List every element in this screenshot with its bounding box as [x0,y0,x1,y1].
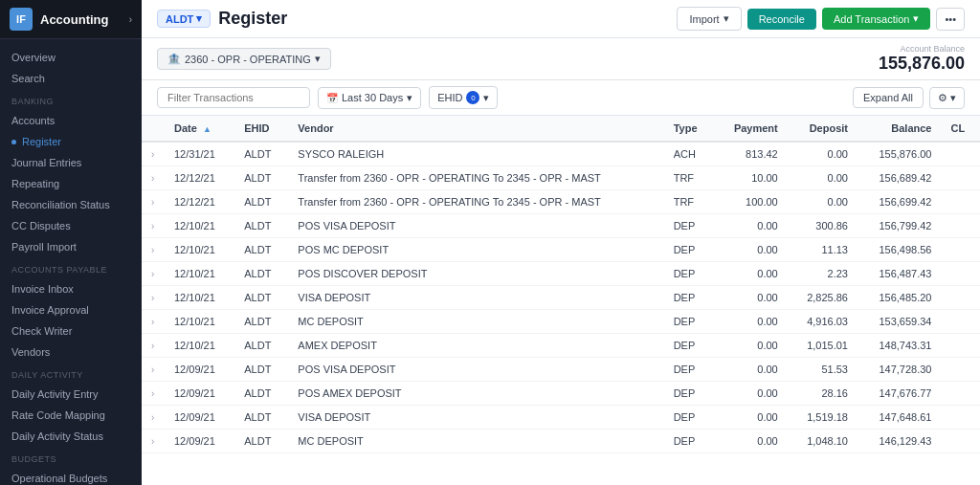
row-balance: 148,743.31 [858,334,942,358]
sidebar-item-label: Search [11,73,45,84]
row-expand-cell[interactable]: › [142,430,165,453]
row-deposit: 1,048.10 [788,430,858,453]
row-expand-icon[interactable]: › [151,293,154,303]
table-row[interactable]: › 12/10/21 ALDT POS DISCOVER DEPOSIT DEP… [142,262,980,286]
sidebar-section-budgets: Budgets [0,447,142,468]
row-expand-cell[interactable]: › [142,190,165,214]
row-payment: 10.00 [714,166,788,190]
expand-all-button[interactable]: Expand All [853,87,924,108]
row-expand-icon[interactable]: › [151,269,154,279]
row-vendor: VISA DEPOSIT [288,406,663,430]
row-type: DEP [664,310,714,334]
table-header-row: Date ▲ EHID Vendor Type Payment Deposit … [142,116,980,142]
sidebar-item-label: Repeating [11,178,59,189]
row-expand-icon[interactable]: › [151,388,154,399]
row-expand-cell[interactable]: › [142,238,165,262]
sidebar-item-payroll-import[interactable]: Payroll Import [0,236,142,257]
table-row[interactable]: › 12/09/21 ALDT POS VISA DEPOSIT DEP 0.0… [142,358,980,382]
reconcile-button[interactable]: Reconcile [747,9,816,30]
row-date: 12/31/21 [165,142,234,166]
aldt-selector[interactable]: ALDT ▾ [157,10,211,28]
col-date[interactable]: Date ▲ [165,116,234,142]
col-ehid: EHID [234,116,288,142]
sidebar-expand-icon[interactable]: › [129,14,132,25]
row-expand-cell[interactable]: › [142,166,165,190]
row-deposit: 0.00 [788,166,858,190]
row-expand-icon[interactable]: › [151,221,154,231]
sidebar-item-label: Journal Entries [11,157,81,168]
table-row[interactable]: › 12/09/21 ALDT POS AMEX DEPOSIT DEP 0.0… [142,382,980,406]
row-expand-cell[interactable]: › [142,334,165,358]
sidebar-item-daily-status[interactable]: Daily Activity Status [0,426,142,447]
row-expand-cell[interactable]: › [142,142,165,166]
row-expand-icon[interactable]: › [151,341,154,351]
row-ehid: ALDT [234,406,288,430]
row-vendor: AMEX DEPOSIT [288,334,663,358]
sidebar-item-invoice-inbox[interactable]: Invoice Inbox [0,278,142,299]
sidebar-item-check-writer[interactable]: Check Writer [0,320,142,342]
table-row[interactable]: › 12/10/21 ALDT POS VISA DEPOSIT DEP 0.0… [142,214,980,238]
table-row[interactable]: › 12/10/21 ALDT VISA DEPOSIT DEP 0.00 2,… [142,286,980,310]
sidebar-item-repeating[interactable]: Repeating [0,173,142,194]
row-expand-icon[interactable]: › [151,364,154,375]
sidebar-item-journal-entries[interactable]: Journal Entries [0,152,142,173]
row-expand-icon[interactable]: › [151,149,154,160]
sidebar-item-search[interactable]: Search [0,68,142,89]
row-ehid: ALDT [234,238,288,262]
sidebar-item-rate-code-mapping[interactable]: Rate Code Mapping [0,405,142,426]
add-transaction-button[interactable]: Add Transaction ▾ [822,8,931,30]
table-row[interactable]: › 12/10/21 ALDT AMEX DEPOSIT DEP 0.00 1,… [142,334,980,358]
row-deposit: 4,916.03 [788,310,858,334]
row-expand-cell[interactable]: › [142,382,165,406]
more-options-button[interactable]: ••• [936,8,965,31]
row-vendor: POS AMEX DEPOSIT [288,382,663,406]
sidebar-item-vendors[interactable]: Vendors [0,342,142,363]
table-row[interactable]: › 12/12/21 ALDT Transfer from 2360 - OPR… [142,166,980,190]
row-expand-icon[interactable]: › [151,436,154,447]
table-row[interactable]: › 12/10/21 ALDT POS MC DEPOSIT DEP 0.00 … [142,238,980,262]
ehid-filter[interactable]: EHID 0 ▾ [429,86,498,109]
row-expand-cell[interactable]: › [142,286,165,310]
row-cl [942,286,981,310]
table-row[interactable]: › 12/09/21 ALDT MC DEPOSIT DEP 0.00 1,04… [142,430,980,453]
row-expand-cell[interactable]: › [142,358,165,382]
sidebar-item-invoice-approval[interactable]: Invoice Approval [0,299,142,320]
sidebar-item-cc-disputes[interactable]: CC Disputes [0,215,142,236]
sidebar-item-accounts[interactable]: Accounts [0,110,142,131]
sidebar-item-operational-budgets[interactable]: Operational Budgets [0,468,142,485]
row-ehid: ALDT [234,430,288,453]
row-expand-cell[interactable]: › [142,310,165,334]
table-row[interactable]: › 12/31/21 ALDT SYSCO RALEIGH ACH 813.42… [142,142,980,166]
row-expand-cell[interactable]: › [142,262,165,286]
row-cl [942,358,981,382]
table-row[interactable]: › 12/10/21 ALDT MC DEPOSIT DEP 0.00 4,91… [142,310,980,334]
date-range-selector[interactable]: 📅 Last 30 Days ▾ [318,87,421,109]
filter-transactions-input[interactable] [157,87,310,108]
row-ehid: ALDT [234,334,288,358]
balance-value: 155,876.00 [879,54,965,74]
row-expand-icon[interactable]: › [151,173,154,184]
row-deposit: 1,015.01 [788,334,858,358]
row-expand-icon[interactable]: › [151,317,154,327]
row-expand-icon[interactable]: › [151,197,154,208]
active-dot [11,140,16,144]
settings-button[interactable]: ⚙ ▾ [929,87,965,109]
sidebar: IF Accounting › Overview Search Banking … [0,0,142,485]
table-row[interactable]: › 12/09/21 ALDT VISA DEPOSIT DEP 0.00 1,… [142,406,980,430]
account-selector[interactable]: 🏦 2360 - OPR - OPERATING ▾ [157,48,331,70]
sidebar-item-label: Vendors [11,346,50,358]
row-balance: 147,728.30 [858,358,942,382]
sidebar-item-register[interactable]: Register [0,131,142,152]
row-expand-cell[interactable]: › [142,406,165,430]
import-button[interactable]: Import ▾ [677,7,741,31]
row-expand-cell[interactable]: › [142,214,165,238]
ehid-chevron-icon: ▾ [483,92,489,104]
sidebar-item-overview[interactable]: Overview [0,47,142,68]
table-row[interactable]: › 12/12/21 ALDT Transfer from 2360 - OPR… [142,190,980,214]
calendar-icon: 📅 [326,93,338,103]
sidebar-item-daily-entry[interactable]: Daily Activity Entry [0,384,142,405]
row-cl [942,406,981,430]
row-expand-icon[interactable]: › [151,245,154,255]
row-expand-icon[interactable]: › [151,412,154,423]
sidebar-item-reconciliation-status[interactable]: Reconciliation Status [0,194,142,215]
